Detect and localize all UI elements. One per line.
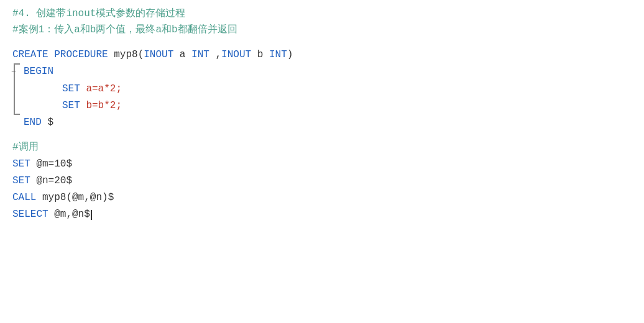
bracket-bottom xyxy=(14,114,20,115)
create-procedure-line: CREATE PROCEDURE myp8( INOUT a INT , INO… xyxy=(12,47,632,63)
keyword-set-n: SET xyxy=(12,173,30,189)
code-editor: #4. 创建带inout模式参数的存储过程 #案例1：传入a和b两个值，最终a和… xyxy=(0,0,644,323)
call-line: CALL myp8(@m,@n)$ xyxy=(12,189,632,206)
comment-line-1: #4. 创建带inout模式参数的存储过程 xyxy=(12,6,632,22)
keyword-call: CALL xyxy=(12,189,36,206)
keyword-procedure: PROCEDURE xyxy=(54,47,108,63)
keyword-inout-a: INOUT xyxy=(144,47,173,63)
text-cursor xyxy=(91,210,92,220)
select-line: SELECT @m,@n$ xyxy=(12,206,632,223)
keyword-int-a: INT xyxy=(191,47,209,63)
comment-call: #调用 xyxy=(12,140,632,156)
keyword-begin: BEGIN xyxy=(24,63,53,80)
keyword-create: CREATE xyxy=(12,47,48,63)
keyword-select: SELECT xyxy=(12,206,48,223)
comment-line-2: #案例1：传入a和b两个值，最终a和b都翻倍并返回 xyxy=(12,22,632,39)
keyword-end: END xyxy=(24,114,42,131)
set-m-line: SET @m=10$ xyxy=(12,156,632,173)
bracket-top xyxy=(14,63,20,65)
keyword-set-a: SET xyxy=(62,81,80,98)
set-a-line: SET a=a*2; xyxy=(12,81,632,98)
keyword-set-m: SET xyxy=(12,156,30,173)
set-b-line: SET b=b*2; xyxy=(12,98,632,114)
minus-icon: − xyxy=(11,65,16,79)
end-line: END $ xyxy=(12,114,632,131)
keyword-int-b: INT xyxy=(269,47,287,63)
begin-line: − BEGIN xyxy=(12,63,632,80)
set-n-line: SET @n=20$ xyxy=(12,173,632,189)
keyword-inout-b: INOUT xyxy=(221,47,251,63)
keyword-set-b: SET xyxy=(62,98,80,114)
begin-end-block: − BEGIN SET a=a*2; SET b=b*2; END $ xyxy=(12,63,632,131)
